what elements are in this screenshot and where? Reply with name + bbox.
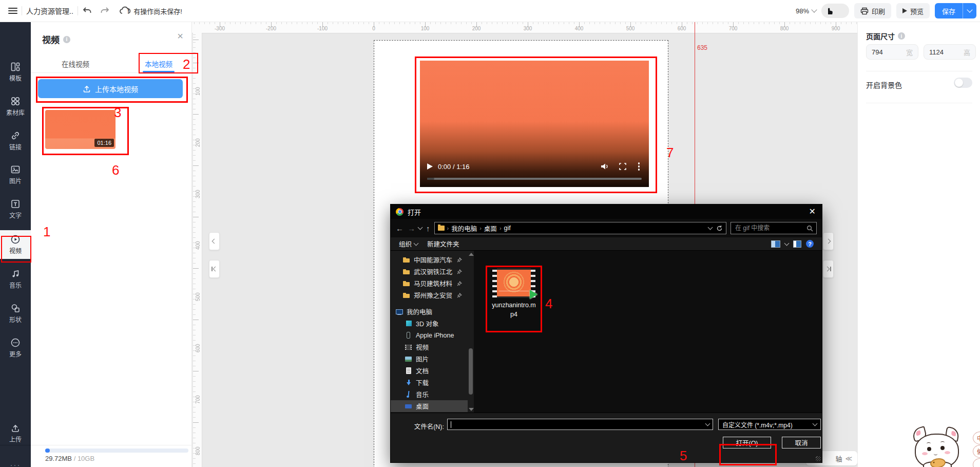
user-avatar[interactable] [821, 4, 849, 18]
tree-item[interactable]: 郑州豫之安贸 [391, 289, 468, 301]
tree-item-label[interactable]: 马贝建筑材料 [414, 278, 452, 288]
breadcrumb-item[interactable]: › 桌面 [479, 223, 497, 233]
refresh-icon[interactable] [716, 225, 723, 232]
open-button[interactable]: 打开(O) [723, 437, 771, 449]
breadcrumb-item[interactable]: › gif [499, 225, 511, 232]
file-list-area[interactable]: yunzhanintro.m p4 [474, 251, 822, 413]
new-folder-button[interactable]: 新建文件夹 [427, 239, 459, 249]
upload-local-video-button[interactable]: 上传本地视频 [38, 79, 183, 98]
canvas-video-player[interactable]: 0:00 / 1:16 [420, 61, 649, 187]
info-icon[interactable]: i [898, 32, 905, 40]
kebab-menu-icon[interactable] [636, 162, 642, 171]
tree-item-label[interactable]: 中国能源汽车 [414, 255, 452, 265]
sidebar-item-materials[interactable]: 素材库 [0, 92, 31, 121]
sidebar-item-text[interactable]: 文字 [0, 195, 31, 223]
breadcrumb-label[interactable]: 桌面 [484, 223, 497, 233]
back-icon[interactable]: ← [396, 225, 403, 232]
scroll-down-icon[interactable] [469, 408, 474, 411]
sidebar-more-dots[interactable]: ··· [0, 460, 31, 467]
tree-item[interactable]: 文档 [391, 365, 468, 377]
filename-dropdown-icon[interactable] [705, 421, 710, 426]
background-color-toggle[interactable] [954, 78, 972, 88]
tab-local-video[interactable]: 本地视频 [145, 59, 172, 69]
info-icon[interactable]: i [63, 36, 70, 43]
tree-item-label[interactable]: 文档 [416, 366, 429, 376]
zoom-control[interactable]: 98% [796, 7, 816, 15]
cat-mascot[interactable] [906, 428, 973, 467]
player-progress-bar[interactable] [427, 178, 642, 180]
menu-icon[interactable] [8, 8, 17, 14]
breadcrumb-label[interactable]: gif [504, 225, 511, 232]
tree-item-label[interactable]: 桌面 [416, 401, 429, 411]
tree-item[interactable]: Apple iPhone [391, 329, 468, 341]
scroll-up-icon[interactable] [469, 253, 474, 256]
tree-item[interactable]: 马贝建筑材料 [391, 277, 468, 289]
tree-item-label[interactable]: 武汉钢铁江北 [414, 267, 452, 276]
sidebar-item-more[interactable]: 更多 [0, 333, 31, 362]
tree-item[interactable]: 中国能源汽车 [391, 254, 468, 266]
cancel-button[interactable]: 取消 [782, 437, 821, 449]
scrollbar-thumb[interactable] [469, 348, 473, 395]
filetype-select[interactable]: 自定义文件 (*.m4v;*.mp4) [718, 419, 821, 430]
view-mode-chevron-icon[interactable] [784, 240, 790, 246]
up-icon[interactable]: ↑ [426, 225, 430, 232]
search-input[interactable] [734, 224, 804, 232]
breadcrumb-label[interactable]: 我的电脑 [451, 223, 477, 233]
collapse-panel-button[interactable] [209, 232, 220, 250]
tree-item-label[interactable]: Apple iPhone [416, 332, 454, 339]
dialog-titlebar[interactable]: 打开 ✕ [391, 204, 822, 219]
fullscreen-icon[interactable] [619, 162, 627, 171]
organize-menu[interactable]: 组织 [399, 239, 418, 249]
tree-item[interactable]: 桌面 [391, 400, 468, 412]
sidebar-item-upload[interactable]: 上传 [0, 419, 31, 447]
tree-item-label[interactable]: 郑州豫之安贸 [414, 290, 452, 300]
address-dropdown-icon[interactable] [708, 225, 713, 230]
video-thumbnail[interactable]: 01:16 [45, 110, 116, 149]
save-dropdown[interactable] [963, 3, 976, 18]
tree-item-label[interactable]: 音乐 [416, 389, 429, 399]
save-button[interactable]: 保存 [935, 3, 976, 18]
close-icon[interactable]: × [177, 31, 183, 41]
breadcrumb-item[interactable]: › 我的电脑 [447, 223, 477, 233]
page-width-input[interactable]: 794 宽 [866, 44, 918, 60]
dialog-close-icon[interactable]: ✕ [809, 207, 816, 216]
tree-item[interactable]: 图片 [391, 353, 468, 365]
tree-item-label[interactable]: 下载 [416, 378, 429, 387]
tree-item-label[interactable]: 我的电脑 [407, 307, 432, 316]
tree-scrollbar[interactable] [468, 251, 474, 413]
address-bar[interactable]: › 我的电脑 › 桌面 › gif [434, 222, 727, 234]
view-mode-icon[interactable] [771, 240, 780, 248]
preview-pane-icon[interactable] [793, 240, 801, 248]
tree-item[interactable]: 视频 [391, 341, 468, 353]
tree-item[interactable]: 我的电脑 [391, 306, 468, 317]
resize-grip[interactable] [816, 456, 821, 461]
save-label[interactable]: 保存 [935, 3, 963, 18]
sidebar-item-music[interactable]: 音乐 [0, 265, 31, 293]
sidebar-item-link[interactable]: 链接 [0, 126, 31, 155]
sidebar-item-video[interactable]: 视频 [0, 230, 31, 259]
forward-icon[interactable]: → [408, 225, 415, 232]
search-box[interactable] [731, 222, 817, 234]
tree-item-label[interactable]: 视频 [416, 342, 429, 352]
tree-item[interactable]: 音乐 [391, 388, 468, 400]
collapse-right-panel-button[interactable] [823, 232, 834, 250]
sidebar-item-template[interactable]: 模板 [0, 58, 31, 86]
video-file-name[interactable]: yunzhanintro.m p4 [488, 301, 540, 319]
collapse-panel-to-edge-button[interactable] [209, 260, 220, 278]
collapse-right-panel-to-edge-button[interactable] [823, 260, 834, 278]
sidebar-item-image[interactable]: 图片 [0, 160, 31, 189]
redo-icon[interactable] [100, 6, 110, 15]
document-title[interactable]: 人力资源管理... [26, 6, 73, 16]
player-play-icon[interactable] [427, 163, 433, 170]
volume-icon[interactable] [600, 162, 609, 171]
help-icon[interactable]: ? [806, 240, 814, 248]
tree-item-label[interactable]: 3D 对象 [416, 319, 438, 328]
sidebar-item-shape[interactable]: 形状 [0, 299, 31, 328]
undo-icon[interactable] [82, 6, 92, 15]
video-file-item[interactable]: yunzhanintro.m p4 [488, 268, 540, 319]
tree-item[interactable]: 下载 [391, 377, 468, 388]
print-button[interactable]: 印刷 [854, 3, 891, 18]
history-chevron-icon[interactable] [418, 225, 423, 230]
tree-item[interactable]: 3D 对象 [391, 317, 468, 329]
tab-online-video[interactable]: 在线视频 [62, 59, 89, 69]
